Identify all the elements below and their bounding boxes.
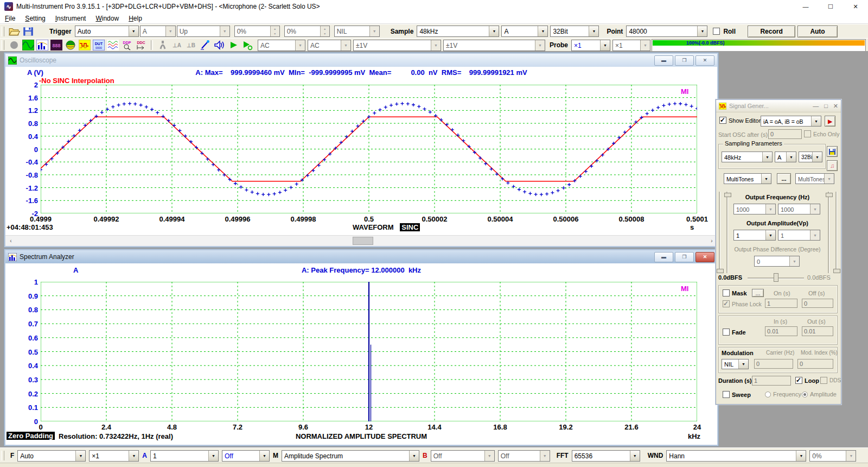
- menu-item-setting[interactable]: Setting: [20, 14, 50, 23]
- sample-rate-dropdown[interactable]: 48kHz▼: [417, 26, 499, 37]
- fade-in-input[interactable]: 0.01: [765, 326, 797, 336]
- scope-hscrollbar[interactable]: ‹ ›: [5, 235, 717, 246]
- phase-lock-checkbox[interactable]: [723, 300, 730, 307]
- toolbar-grip[interactable]: [1, 451, 4, 460]
- siggen-channel-dropdown[interactable]: A▼: [775, 152, 796, 162]
- signal-generator-icon[interactable]: [79, 40, 91, 51]
- menu-item-help[interactable]: Help: [124, 14, 147, 23]
- siggen-maximize-button[interactable]: □: [824, 103, 828, 110]
- scroll-thumb[interactable]: [353, 237, 373, 245]
- siggen-minimize-button[interactable]: —: [813, 103, 819, 110]
- show-editor-checkbox[interactable]: [719, 117, 726, 124]
- dds-checkbox[interactable]: [820, 377, 827, 384]
- coupling-a-dropdown[interactable]: AC▼: [258, 40, 305, 51]
- fade-checkbox[interactable]: [723, 329, 730, 336]
- ground-a-icon[interactable]: ⊥A: [171, 40, 183, 51]
- run-icon[interactable]: [227, 40, 239, 51]
- mask-off-input[interactable]: 0: [802, 299, 833, 308]
- oscilloscope-title-bar[interactable]: Oscilloscope ▬ ❐ ✕: [5, 54, 717, 67]
- menu-item-window[interactable]: Window: [91, 14, 124, 23]
- input-clamp-icon[interactable]: [157, 40, 169, 51]
- bit-depth-dropdown[interactable]: 32Bit▼: [550, 26, 599, 37]
- sweep-frequency-radio[interactable]: [765, 392, 771, 397]
- points-dropdown[interactable]: 48000▼: [626, 26, 707, 37]
- echo-only-checkbox[interactable]: [804, 130, 811, 137]
- waveform-more-button[interactable]: ...: [777, 173, 791, 184]
- trigger-level-spinner[interactable]: 0%▲▼: [234, 26, 280, 37]
- mask-checkbox[interactable]: [723, 289, 730, 296]
- siggen-rate-dropdown[interactable]: 48kHz▼: [722, 152, 773, 162]
- amplitude-a-dropdown[interactable]: 1▼: [733, 230, 776, 241]
- toolbar-grip[interactable]: [1, 27, 4, 36]
- device-test-plan-icon[interactable]: DUT0000: [93, 40, 105, 51]
- derived-data-point-icon[interactable]: DDP: [121, 40, 133, 51]
- level-slider-b-right[interactable]: [835, 192, 837, 273]
- overlap-dropdown[interactable]: 0%▼: [809, 450, 856, 462]
- record-button[interactable]: Record: [748, 26, 795, 37]
- range-a-dropdown[interactable]: ±1V▼: [353, 40, 441, 51]
- menu-item-file[interactable]: File: [0, 14, 20, 23]
- scroll-left-arrow[interactable]: ‹: [7, 237, 15, 245]
- oscilloscope-close-button[interactable]: ✕: [695, 55, 714, 66]
- sweep-checkbox[interactable]: [723, 391, 730, 398]
- open-file-icon[interactable]: [8, 26, 20, 37]
- fade-out-input[interactable]: 0.01: [802, 326, 833, 336]
- probe-b-dropdown[interactable]: ×1▼: [612, 40, 650, 51]
- coupling-b-dropdown[interactable]: AC▼: [308, 40, 351, 51]
- slider-thumb[interactable]: [826, 193, 833, 197]
- frequency-a-dropdown[interactable]: 1000▼: [733, 204, 776, 214]
- run-loop-icon[interactable]: [241, 40, 253, 51]
- routing-dropdown[interactable]: iA = oA, iB = oB▼: [761, 116, 821, 127]
- record-icon[interactable]: [8, 40, 20, 51]
- waveform-a-dropdown[interactable]: MultiTones▼: [724, 173, 771, 184]
- trigger-mode-dropdown[interactable]: Auto▼: [75, 26, 139, 37]
- level-slider-a-left[interactable]: [719, 192, 720, 273]
- siggen-start-button[interactable]: ▶: [825, 116, 835, 127]
- spectrum-close-button[interactable]: ✕: [695, 252, 714, 262]
- slider-thumb[interactable]: [833, 269, 840, 273]
- sample-channel-dropdown[interactable]: A▼: [501, 26, 548, 37]
- siggen-close-button[interactable]: ✕: [833, 103, 838, 110]
- freq-axis-dropdown[interactable]: Auto▼: [17, 450, 86, 462]
- signal-generator-title-bar[interactable]: Signal Gener... — □ ✕: [716, 100, 841, 112]
- range-b-dropdown[interactable]: ±1V▼: [443, 40, 545, 51]
- data-logger-icon[interactable]: [107, 40, 119, 51]
- auto-button[interactable]: Auto: [797, 26, 838, 37]
- ground-b-icon[interactable]: ⊥B: [185, 40, 197, 51]
- zoom-dropdown[interactable]: ×1▼: [89, 450, 139, 462]
- trigger-delay-spinner[interactable]: 0%▲▼: [284, 26, 330, 37]
- mode-dropdown[interactable]: Amplitude Spectrum▼: [282, 450, 419, 462]
- persistence-a-dropdown[interactable]: Off▼: [222, 450, 270, 462]
- mask-more-button[interactable]: ...: [752, 289, 764, 297]
- save-file-icon[interactable]: [22, 26, 34, 37]
- derived-data-curve-icon[interactable]: DDC: [135, 40, 147, 51]
- close-button[interactable]: ✕: [843, 0, 868, 13]
- spectrum-analyzer-icon[interactable]: [36, 40, 48, 51]
- speaker-icon[interactable]: [213, 40, 225, 51]
- menu-item-instrument[interactable]: Instrument: [50, 14, 91, 23]
- oscilloscope-icon[interactable]: [22, 40, 34, 51]
- siggen-save-button[interactable]: [827, 146, 838, 157]
- toolbar-grip[interactable]: [1, 40, 4, 50]
- trigger-reject-dropdown[interactable]: NIL▼: [334, 26, 380, 37]
- siggen-import-notes-button[interactable]: ♫: [827, 160, 838, 171]
- app-title-bar[interactable]: ∿ Multi-Instrument Pro 3.9.15.1 - [+3DP+…: [0, 0, 868, 14]
- fft-size-dropdown[interactable]: 65536▼: [572, 450, 640, 462]
- carrier-input[interactable]: 0: [754, 359, 793, 369]
- oscilloscope-minimize-button[interactable]: ▬: [654, 55, 673, 66]
- slider-thumb[interactable]: [724, 193, 731, 197]
- trigger-source-dropdown[interactable]: A▼: [140, 26, 176, 37]
- siggen-bits-dropdown[interactable]: 32Bit▼: [799, 152, 822, 162]
- gain-b-dropdown[interactable]: Off▼: [431, 450, 495, 462]
- gain-a-dropdown[interactable]: 1▼: [150, 450, 219, 462]
- spectrum-3d-plot-icon[interactable]: [65, 40, 76, 51]
- maximize-button[interactable]: ☐: [818, 0, 843, 13]
- sinc-badge[interactable]: SINC: [400, 223, 420, 231]
- scroll-right-arrow[interactable]: ›: [707, 237, 716, 245]
- waveform-b-dropdown[interactable]: MultiTones▼: [795, 173, 834, 184]
- spectrum-minimize-button[interactable]: ▬: [654, 252, 673, 262]
- start-osc-input[interactable]: 0: [768, 129, 802, 139]
- trigger-edge-dropdown[interactable]: Up▼: [177, 26, 230, 37]
- amplitude-b-dropdown[interactable]: 1▼: [778, 230, 820, 241]
- duration-input[interactable]: 1: [752, 376, 791, 386]
